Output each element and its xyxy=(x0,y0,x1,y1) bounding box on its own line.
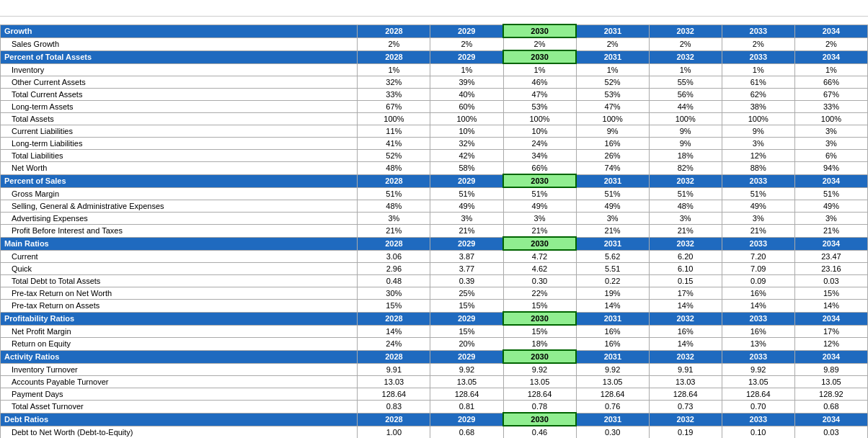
data-cell: 18% xyxy=(649,150,722,162)
data-cell: 10% xyxy=(430,125,503,138)
year-header: 2029 xyxy=(430,350,503,363)
data-cell: 13.05 xyxy=(794,376,867,388)
data-cell: 2% xyxy=(722,37,794,50)
data-cell: 128.92 xyxy=(794,388,867,401)
table-row: Net Profit Margin14%15%15%16%16%16%17% xyxy=(1,325,868,338)
data-cell: 53% xyxy=(576,89,649,101)
data-cell: 16% xyxy=(576,338,649,351)
section-title: Percent of Sales xyxy=(1,174,358,187)
row-label: Pre-tax Return on Net Worth xyxy=(1,287,358,300)
year-header: 2034 xyxy=(794,50,867,63)
year-header: 2030 xyxy=(503,350,576,363)
data-cell: 49% xyxy=(576,200,649,213)
data-cell: 52% xyxy=(358,150,430,162)
data-cell: 2% xyxy=(649,37,722,50)
section-header-row: Profitability Ratios20282029203020312032… xyxy=(1,312,868,325)
year-header: 2032 xyxy=(649,237,722,250)
data-cell: 14% xyxy=(722,300,794,313)
data-cell: 9.92 xyxy=(722,363,794,376)
data-cell: 16% xyxy=(576,138,649,150)
data-cell: 21% xyxy=(358,225,430,238)
year-header: 2028 xyxy=(358,24,430,37)
table-row: Return on Equity24%20%18%16%14%13%12% xyxy=(1,338,868,351)
data-cell: 23.16 xyxy=(794,263,867,275)
data-cell: 24% xyxy=(358,338,430,351)
data-cell: 17% xyxy=(794,325,867,338)
section-title: Percent of Total Assets xyxy=(1,50,358,63)
data-cell: 20% xyxy=(430,338,503,351)
data-cell: 47% xyxy=(576,101,649,113)
year-header: 2031 xyxy=(576,24,649,37)
year-header: 2033 xyxy=(722,312,794,325)
data-cell: 51% xyxy=(576,187,649,200)
data-cell: 14% xyxy=(794,300,867,313)
row-label: Return on Equity xyxy=(1,338,358,351)
year-header: 2032 xyxy=(649,312,722,325)
row-label: Total Current Assets xyxy=(1,89,358,101)
year-header: 2032 xyxy=(649,50,722,63)
data-cell: 15% xyxy=(794,287,867,300)
data-cell: 49% xyxy=(503,200,576,213)
table-row: Pre-tax Return on Assets15%15%15%14%14%1… xyxy=(1,300,868,313)
table-row: Other Current Assets32%39%46%52%55%61%66… xyxy=(1,76,868,89)
table-row: Inventory Turnover9.919.929.929.929.919.… xyxy=(1,363,868,376)
row-label: Accounts Payable Turnover xyxy=(1,376,358,388)
data-cell: 2% xyxy=(503,37,576,50)
year-header: 2033 xyxy=(722,174,794,187)
data-cell: 13.03 xyxy=(649,376,722,388)
data-cell: 21% xyxy=(503,225,576,238)
data-cell: 0.30 xyxy=(576,426,649,438)
data-cell: 9.91 xyxy=(649,363,722,376)
data-cell: 15% xyxy=(358,300,430,313)
data-cell: 0.46 xyxy=(503,426,576,438)
data-cell: 51% xyxy=(794,187,867,200)
data-cell: 0.76 xyxy=(576,401,649,414)
data-cell: 0.19 xyxy=(649,426,722,438)
table-row: Total Asset Turnover0.830.810.780.760.73… xyxy=(1,401,868,414)
data-cell: 12% xyxy=(794,338,867,351)
row-label: Gross Margin xyxy=(1,187,358,200)
data-cell: 0.83 xyxy=(358,401,430,414)
data-cell: 12% xyxy=(722,150,794,162)
row-label: Long-term Assets xyxy=(1,101,358,113)
section-title: Profitability Ratios xyxy=(1,312,358,325)
data-cell: 42% xyxy=(430,150,503,162)
data-cell: 4.72 xyxy=(503,250,576,263)
row-label: Inventory xyxy=(1,63,358,76)
year-header: 2034 xyxy=(794,350,867,363)
year-header: 2028 xyxy=(358,237,430,250)
table-row: Total Debt to Total Assets0.480.390.300.… xyxy=(1,275,868,287)
data-cell: 11% xyxy=(358,125,430,138)
data-cell: 53% xyxy=(503,101,576,113)
data-cell: 49% xyxy=(722,200,794,213)
data-cell: 61% xyxy=(722,76,794,89)
data-cell: 3% xyxy=(794,213,867,225)
data-cell: 0.78 xyxy=(503,401,576,414)
data-cell: 0.15 xyxy=(649,275,722,287)
data-cell: 1.00 xyxy=(358,426,430,438)
year-header: 2032 xyxy=(649,24,722,37)
year-header: 2031 xyxy=(576,237,649,250)
data-cell: 14% xyxy=(358,325,430,338)
data-cell: 13.05 xyxy=(722,376,794,388)
data-cell: 60% xyxy=(430,101,503,113)
table-row: Accounts Payable Turnover13.0313.0513.05… xyxy=(1,376,868,388)
data-cell: 25% xyxy=(430,287,503,300)
data-cell: 16% xyxy=(722,287,794,300)
section-header-row: Percent of Sales202820292030203120322033… xyxy=(1,174,868,187)
data-cell: 3% xyxy=(794,125,867,138)
data-cell: 13% xyxy=(722,338,794,351)
table-row: Payment Days128.64128.64128.64128.64128.… xyxy=(1,388,868,401)
data-cell: 15% xyxy=(430,325,503,338)
table-row: Current Liabilities11%10%10%9%9%9%3% xyxy=(1,125,868,138)
data-cell: 46% xyxy=(503,76,576,89)
data-cell: 3% xyxy=(503,213,576,225)
year-header: 2029 xyxy=(430,50,503,63)
table-row: Inventory1%1%1%1%1%1%1% xyxy=(1,63,868,76)
data-cell: 9.89 xyxy=(794,363,867,376)
data-cell: 13.03 xyxy=(358,376,430,388)
section-title: Growth xyxy=(1,24,358,37)
data-cell: 3% xyxy=(722,213,794,225)
data-cell: 100% xyxy=(430,113,503,125)
data-cell: 38% xyxy=(722,101,794,113)
